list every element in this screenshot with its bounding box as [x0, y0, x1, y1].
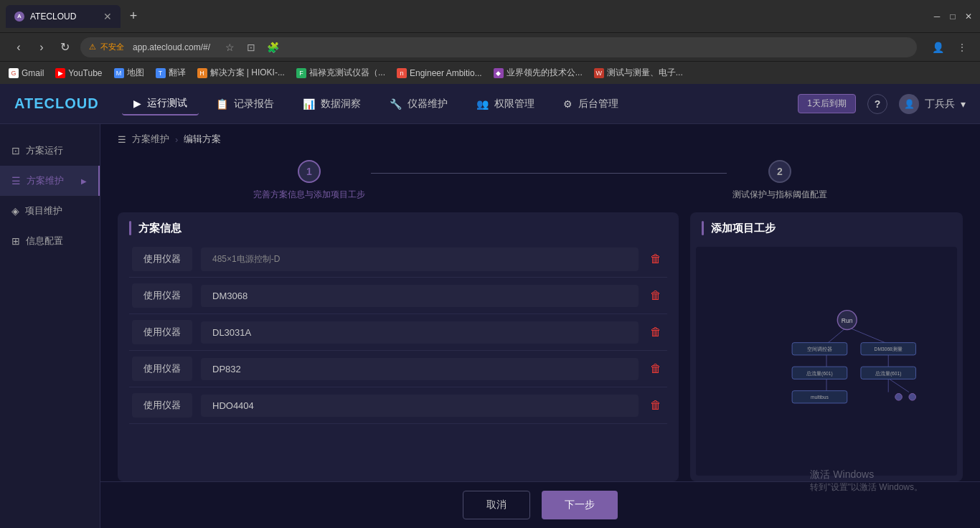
tech-label: 业界领先的技术公... [507, 67, 583, 79]
bookmark-engineer[interactable]: n Engineer Ambitio... [397, 68, 482, 78]
nav-access-control-label: 权限管理 [494, 98, 534, 110]
svg-text:总流量(601): 总流量(601) [875, 371, 902, 377]
form-value-3: DP832 [201, 358, 639, 380]
nav-data-insight[interactable]: 📊 数据洞察 [291, 93, 372, 116]
menu-button[interactable]: ⋮ [953, 38, 971, 57]
step-2-label: 测试保护与指标阈值配置 [732, 189, 827, 201]
fluke-icon: F [296, 68, 306, 78]
form-row-3: 使用仪器 DP832 🗑 [129, 351, 667, 387]
back-button[interactable]: ‹ [9, 37, 29, 57]
delete-button-0[interactable]: 🗑 [647, 250, 664, 268]
address-actions: ☆ ⊡ 🧩 [220, 38, 282, 57]
bookmark-translate[interactable]: T 翻译 [156, 67, 186, 79]
user-info[interactable]: 👤 丁兵兵 ▾ [899, 94, 966, 114]
delete-button-4[interactable]: 🗑 [647, 396, 664, 415]
breadcrumb: ☰ 方案维护 › 编辑方案 [100, 124, 980, 154]
access-control-icon: 👥 [476, 98, 489, 110]
right-panel-title: 添加项目工步 [711, 222, 776, 235]
browser-chrome: A ATECLOUD ✕ + ─ □ ✕ [0, 0, 980, 32]
help-button[interactable]: ? [867, 94, 887, 114]
svg-line-1 [847, 327, 888, 344]
form-value-4: HDO4404 [201, 395, 639, 417]
delete-button-1[interactable]: 🗑 [647, 286, 664, 305]
nav-record-report[interactable]: 📋 记录报告 [204, 93, 286, 116]
close-button[interactable]: ✕ [963, 11, 974, 22]
address-bar[interactable]: ⚠ 不安全 app.atecloud.com/#/ ☆ ⊡ 🧩 [80, 37, 917, 57]
form-row-2: 使用仪器 DL3031A 🗑 [129, 314, 667, 351]
scheme-icon: ☰ [11, 175, 21, 187]
cast-button[interactable]: ⊡ [242, 38, 260, 57]
step-1-label: 完善方案信息与添加项目工步 [253, 189, 365, 201]
nav-instrument-maintenance[interactable]: 🔧 仪器维护 [378, 93, 459, 116]
run-icon: ⊡ [11, 145, 20, 156]
sidebar-project-label: 项目维护 [25, 204, 62, 217]
window-controls: ─ □ ✕ [931, 11, 974, 22]
panels-container: 方案信息 使用仪器 485×1电源控制-D 🗑 使用仪器 DM3068 [100, 212, 980, 481]
cancel-button[interactable]: 取消 [463, 491, 530, 519]
profile-button[interactable]: 👤 [928, 38, 947, 57]
app-logo: ATECLOUD [14, 95, 99, 112]
steps-bar: 1 完善方案信息与添加项目工步 2 测试保护与指标阈值配置 [100, 154, 980, 212]
minimize-button[interactable]: ─ [931, 11, 943, 22]
nav-run-test[interactable]: ▶ 运行测试 [122, 93, 199, 116]
form-label-4: 使用仪器 [132, 393, 192, 418]
form-label-1: 使用仪器 [132, 283, 192, 308]
instrument-maintenance-icon: 🔧 [390, 98, 402, 110]
tab-favicon: A [14, 11, 24, 22]
bottom-bar: 取消 下一步 [100, 481, 980, 528]
svg-text:空间调控器: 空间调控器 [807, 346, 832, 352]
breadcrumb-separator: › [175, 134, 178, 145]
record-report-icon: 📋 [216, 98, 228, 110]
nav-run-test-label: 运行测试 [147, 97, 187, 110]
bookmark-star-button[interactable]: ☆ [220, 38, 239, 57]
sidebar-item-run[interactable]: ⊡ 方案运行 [0, 136, 100, 166]
reload-button[interactable]: ↻ [55, 37, 75, 57]
security-text: 不安全 [100, 42, 124, 52]
nav-backend[interactable]: ⚙ 后台管理 [552, 93, 630, 116]
sidebar-item-info-config[interactable]: ⊞ 信息配置 [0, 226, 100, 256]
form-row-1: 使用仪器 DM3068 🗑 [129, 278, 667, 314]
security-icon: ⚠ [89, 42, 96, 52]
bookmark-meas[interactable]: W 测试与测量、电子... [594, 67, 683, 79]
sidebar-item-project-maintenance[interactable]: ◈ 项目维护 [0, 196, 100, 226]
info-config-icon: ⊞ [11, 235, 20, 247]
engineer-label: Engineer Ambitio... [410, 68, 482, 78]
delete-button-3[interactable]: 🗑 [647, 359, 664, 378]
active-tab[interactable]: A ATECLOUD ✕ [6, 5, 121, 28]
expire-badge[interactable]: 1天后到期 [798, 94, 856, 113]
bookmark-tech[interactable]: ◆ 业界领先的技术公... [494, 67, 583, 79]
form-value-2: DL3031A [201, 321, 639, 344]
next-button[interactable]: 下一步 [542, 491, 618, 519]
run-test-icon: ▶ [133, 98, 141, 109]
engineer-icon: n [397, 68, 407, 78]
fluke-label: 福禄克测试仪器（... [309, 67, 385, 79]
forward-button[interactable]: › [32, 37, 52, 57]
sidebar-item-scheme-maintenance[interactable]: ☰ 方案维护 ▶ [0, 166, 100, 196]
backend-icon: ⚙ [563, 98, 573, 110]
step-2-circle: 2 [768, 160, 791, 183]
tab-label: ATECLOUD [30, 11, 76, 22]
right-panel: 添加项目工步 [690, 212, 963, 481]
bookmark-gmail[interactable]: G Gmail [9, 68, 44, 78]
form-value-0: 485×1电源控制-D [201, 248, 639, 271]
bookmark-hioki[interactable]: H 解决方案 | HIOKI-... [197, 67, 285, 79]
extensions-button[interactable]: 🧩 [263, 38, 282, 57]
nav-access-control[interactable]: 👥 权限管理 [465, 93, 546, 116]
address-bar-row: ‹ › ↻ ⚠ 不安全 app.atecloud.com/#/ ☆ ⊡ 🧩 👤 … [0, 32, 980, 61]
step-1-circle: 1 [298, 160, 321, 183]
content-area: ☰ 方案维护 › 编辑方案 1 完善方案信息与添加项目工步 [100, 124, 980, 528]
maximize-button[interactable]: □ [947, 11, 958, 22]
bookmark-maps[interactable]: M 地图 [114, 67, 144, 79]
nav-instrument-maintenance-label: 仪器维护 [407, 98, 448, 110]
bookmark-youtube[interactable]: ▶ YouTube [55, 68, 102, 78]
form-value-1: DM3068 [201, 285, 639, 307]
gmail-label: Gmail [22, 68, 44, 78]
tab-close-button[interactable]: ✕ [103, 11, 112, 22]
delete-button-2[interactable]: 🗑 [647, 323, 664, 341]
bookmark-fluke[interactable]: F 福禄克测试仪器（... [296, 67, 385, 79]
data-insight-icon: 📊 [303, 98, 315, 110]
youtube-icon: ▶ [55, 68, 65, 78]
new-tab-button[interactable]: + [123, 6, 143, 27]
svg-point-19 [895, 394, 903, 401]
nav-record-report-label: 记录报告 [234, 98, 274, 110]
